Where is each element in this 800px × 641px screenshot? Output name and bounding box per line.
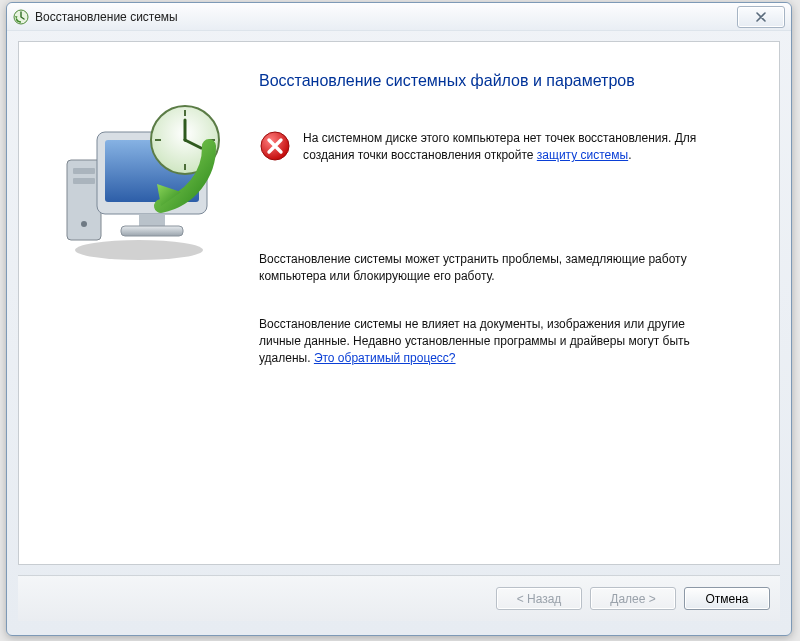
page-title: Восстановление системных файлов и параме… [259, 72, 745, 90]
description-2: Восстановление системы не влияет на доку… [259, 316, 745, 368]
reversible-process-link[interactable]: Это обратимый процесс? [314, 351, 456, 365]
wizard-button-row: < Назад Далее > Отмена [18, 575, 780, 621]
description-1: Восстановление системы может устранить п… [259, 251, 745, 286]
error-message: На системном диске этого компьютера нет … [259, 130, 745, 165]
back-button[interactable]: < Назад [496, 587, 582, 610]
svg-rect-4 [73, 178, 95, 184]
window-frame: Восстановление системы [6, 2, 792, 636]
restore-icon [13, 9, 29, 25]
close-button[interactable] [737, 6, 785, 28]
cancel-button[interactable]: Отмена [684, 587, 770, 610]
svg-rect-8 [139, 214, 165, 226]
error-tail: . [628, 148, 631, 162]
svg-point-5 [81, 221, 87, 227]
window-title: Восстановление системы [35, 10, 737, 24]
svg-rect-3 [73, 168, 95, 174]
system-protection-link[interactable]: защиту системы [537, 148, 628, 162]
svg-rect-9 [121, 226, 183, 236]
next-button[interactable]: Далее > [590, 587, 676, 610]
error-icon [259, 130, 291, 162]
close-icon [754, 12, 768, 22]
svg-point-1 [75, 240, 203, 260]
error-text: На системном диске этого компьютера нет … [303, 131, 696, 162]
wizard-panel: Восстановление системных файлов и параме… [18, 41, 780, 565]
titlebar[interactable]: Восстановление системы [7, 3, 791, 31]
system-restore-illustration-icon [59, 251, 229, 265]
